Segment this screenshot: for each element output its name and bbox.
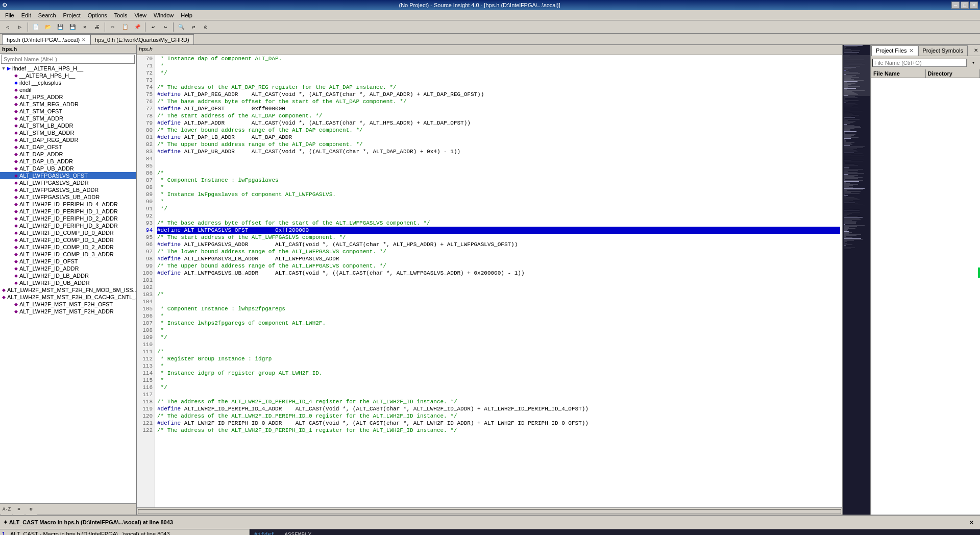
tree-item[interactable]: ◆ALT_LWH2F_ID_ADDR (0, 265, 136, 272)
toolbar-print[interactable]: 🖨 (91, 21, 103, 33)
tree-item[interactable]: ◆endif (0, 86, 136, 93)
tree-item[interactable]: ◆ALT_STM_UB_ADDR (0, 129, 136, 136)
menu-item-window[interactable]: Window (151, 11, 177, 19)
menu-item-project[interactable]: Project (60, 11, 84, 19)
menu-item-help[interactable]: Help (178, 11, 195, 19)
tree-item[interactable]: ◆ALT_LWH2F_ID_COMP_ID_2_ADDR (0, 244, 136, 251)
tree-item[interactable]: ◆ALT_STM_ADDR (0, 115, 136, 122)
tree-item[interactable]: ◆ALT_LWFPGASLVS_LB_ADDR (0, 186, 136, 193)
menu-item-options[interactable]: Options (85, 11, 110, 19)
tree-item[interactable]: ◆ALT_LWH2F_ID_PERIPH_ID_1_ADDR (0, 208, 136, 215)
code-line: #define ALT_DAP_ADDR ALT_CAST(void *, (A… (157, 119, 840, 127)
toolbar-find-ref[interactable]: ◎ (200, 21, 211, 33)
code-line (157, 298, 840, 305)
tree-item[interactable]: ◆ALT_LWH2F_ID_COMP_ID_0_ADDR (0, 229, 136, 236)
filter-btn[interactable]: ⚙ (26, 504, 37, 515)
menu-item-tools[interactable]: Tools (111, 11, 131, 19)
minimap-line (844, 131, 856, 132)
menu-item-file[interactable]: File (2, 11, 17, 19)
minimap-line (844, 54, 857, 54)
file-tab-1[interactable]: hps_0.h (E:\work\Quartus\My_GHRD) (90, 34, 194, 44)
menu-item-edit[interactable]: Edit (18, 11, 34, 19)
minimap-line (844, 196, 848, 196)
toolbar-redo[interactable]: ↪ (160, 21, 171, 33)
sort-alpha-btn[interactable]: A-Z (1, 504, 12, 515)
tree-item[interactable]: ◆ALT_DAP_ADDR (0, 151, 136, 158)
tree-item[interactable]: ◆ALT_LWH2F_MST_MST_F2H_ADDR (0, 308, 136, 315)
file-tab-0[interactable]: hps.h (D:\IntelFPGA\...\socal)✕ (2, 34, 90, 44)
tree-item[interactable]: ◆ALT_LWH2F_ID_PERIPH_ID_2_ADDR (0, 215, 136, 222)
toolbar-close[interactable]: ✕ (79, 21, 90, 33)
minimap-line (844, 138, 851, 139)
tree-item[interactable]: ◆ALT_LWFPGASLVS_UB_ADDR (0, 193, 136, 201)
tree-item[interactable]: ◆ALT_STM_LB_ADDR (0, 122, 136, 129)
code-line: * Instance lwFpgaslaves of component ALT… (157, 191, 840, 198)
code-line: /* The base address byte offset for the … (157, 220, 840, 227)
toolbar-undo[interactable]: ↩ (148, 21, 159, 33)
file-search-dropdown[interactable]: ▾ (968, 57, 979, 68)
project-files-tab[interactable]: Project Files ✕ (871, 45, 918, 56)
h-scrollbar[interactable] (138, 509, 841, 514)
minimize-button[interactable]: ─ (951, 2, 960, 9)
code-line: * (157, 377, 840, 384)
tree-item[interactable]: ◆ALT_LWH2F_ID_COMP_ID_1_ADDR (0, 236, 136, 244)
tree-item[interactable]: ◆ALT_LWH2F_MST_MST_F2H_ID_CACHG_CNTL_ADD… (0, 294, 136, 301)
minimap-line (844, 248, 855, 248)
bottom-close-btn[interactable]: ✕ (966, 517, 977, 528)
toolbar-cut[interactable]: ✂ (107, 21, 118, 33)
tree-item[interactable]: ▼▶ifndef __ALTERA_HPS_H__ (0, 65, 136, 72)
minimap-line (844, 103, 846, 103)
minimap-line (844, 239, 863, 240)
tree-item[interactable]: ◆ALT_LWH2F_MST_MST_F2H_OFST (0, 301, 136, 308)
tree-item[interactable]: ◆ALT_HPS_ADDR (0, 93, 136, 101)
tree-item[interactable]: ◆ALT_LWFPGASLVS_OFST (0, 172, 136, 179)
tree-item[interactable]: ◆ALT_DAP_LB_ADDR (0, 158, 136, 165)
close-button[interactable]: ✕ (970, 2, 978, 9)
project-files-tab-close[interactable]: ✕ (909, 47, 914, 54)
code-editor[interactable]: * Instance dap of component ALT_DAP. * *… (155, 55, 842, 507)
toolbar-new[interactable]: 📄 (30, 21, 41, 33)
tree-item[interactable]: ◆ALT_STM_REG_ADDR (0, 101, 136, 108)
project-symbols-tab[interactable]: Project Symbols (918, 45, 968, 56)
symbol-search-input[interactable] (1, 55, 135, 64)
tree-item[interactable]: ◆ALT_LWH2F_ID_UB_ADDR (0, 279, 136, 286)
tree-item[interactable]: ◆ALT_STM_OFST (0, 108, 136, 115)
file-search-input[interactable] (872, 59, 967, 67)
menu-item-search[interactable]: Search (35, 11, 59, 19)
panel-close-btn[interactable]: ✕ (972, 47, 980, 53)
bottom-content: 1ALT_CAST - Macro in hps.h (D:\IntelFPGA… (0, 529, 980, 535)
tab-close-0[interactable]: ✕ (82, 37, 86, 42)
tree-item[interactable]: ◆ALT_DAP_OFST (0, 143, 136, 151)
minimap-line (844, 149, 857, 149)
minimap-line (844, 225, 865, 226)
toolbar-replace[interactable]: ⇄ (188, 21, 199, 33)
tree-item[interactable]: ◆ifdef __cplusplus (0, 79, 136, 86)
tree-item[interactable]: ◆ALT_LWH2F_ID_PERIPH_ID_3_ADDR (0, 222, 136, 229)
tree-item[interactable]: ◆ALT_DAP_REG_ADDR (0, 136, 136, 143)
minimap-line (844, 144, 852, 145)
tree-item[interactable]: ◆ALT_LWH2F_MST_MST_F2H_FN_MOD_BM_ISS... (0, 286, 136, 294)
tree-item[interactable]: ◆__ALTERA_HPS_H__ (0, 72, 136, 79)
minimap-line (844, 128, 854, 129)
toolbar-open[interactable]: 📂 (42, 21, 54, 33)
tree-item[interactable]: ◆ALT_LWH2F_ID_COMP_ID_3_ADDR (0, 251, 136, 258)
tree-item[interactable]: ◆ALT_DAP_UB_ADDR (0, 165, 136, 172)
toolbar-btn-2[interactable]: ▷ (14, 21, 26, 33)
minimap-line (844, 197, 846, 197)
menu-item-view[interactable]: View (131, 11, 150, 19)
code-line: * (157, 184, 840, 191)
tree-item[interactable]: ◆ALT_LWH2F_ID_PERIPH_ID_4_ADDR (0, 201, 136, 208)
toolbar-save[interactable]: 💾 (55, 21, 66, 33)
minimap-line (844, 153, 854, 153)
toolbar-copy[interactable]: 📋 (119, 21, 131, 33)
tree-view-btn[interactable]: ≡ (13, 504, 24, 515)
maximize-button[interactable]: □ (961, 2, 969, 9)
toolbar-btn-1[interactable]: ◁ (2, 21, 13, 33)
toolbar-save-all[interactable]: 💾 (67, 21, 78, 33)
toolbar-search[interactable]: 🔍 (176, 21, 187, 33)
toolbar-paste[interactable]: 📌 (132, 21, 143, 33)
tree-item[interactable]: ◆ALT_LWH2F_ID_OFST (0, 258, 136, 265)
result-item[interactable]: 1ALT_CAST - Macro in hps.h (D:\IntelFPGA… (2, 530, 247, 535)
tree-item[interactable]: ◆ALT_LWH2F_ID_LB_ADDR (0, 272, 136, 279)
tree-item[interactable]: ◆ALT_LWFPGASLVS_ADDR (0, 179, 136, 186)
